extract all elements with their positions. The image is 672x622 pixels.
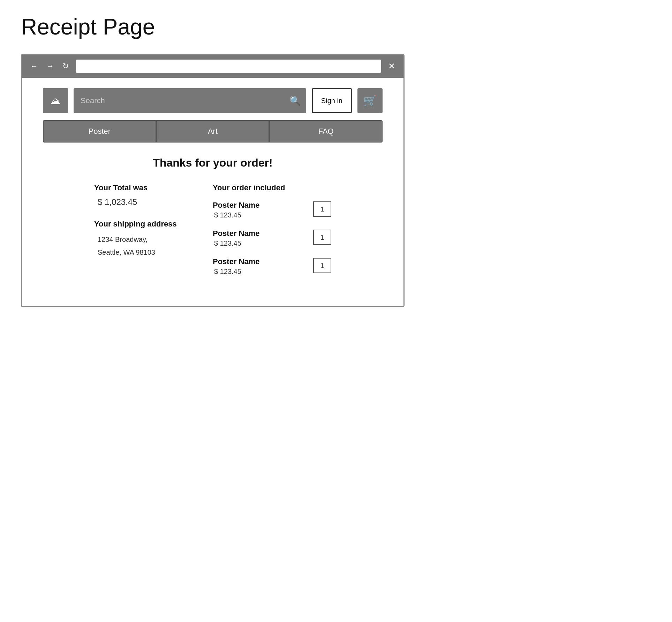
signin-button[interactable]: Sign in — [312, 88, 352, 113]
address-line-1: 1234 Broadway, — [94, 236, 192, 244]
order-included-label: Your order included — [213, 183, 331, 192]
item-name-3: Poster Name — [213, 257, 260, 266]
browser-toolbar: ← → ↻ ✕ — [22, 55, 403, 78]
category-art-button[interactable]: Art — [156, 120, 270, 143]
reload-button[interactable]: ↻ — [61, 62, 70, 70]
search-button[interactable]: 🔍 — [289, 95, 301, 106]
shipping-label: Your shipping address — [94, 220, 192, 229]
back-button[interactable]: ← — [29, 62, 39, 70]
thanks-heading: Thanks for your order! — [43, 156, 383, 169]
order-item-2: Poster Name $ 123.45 1 — [213, 229, 331, 247]
site-content: ⛰ 🔍 Sign in 🛒 Poster Art FAQ Thanks for … — [22, 78, 403, 306]
item-price-3: $ 123.45 — [213, 268, 260, 276]
logo-icon: ⛰ — [51, 95, 60, 107]
page-title: Receipt Page — [21, 14, 651, 40]
item-name-1: Poster Name — [213, 201, 260, 210]
item-info-2: Poster Name $ 123.45 — [213, 229, 260, 247]
item-info-1: Poster Name $ 123.45 — [213, 201, 260, 219]
category-poster-button[interactable]: Poster — [43, 120, 156, 143]
top-nav: ⛰ 🔍 Sign in 🛒 — [43, 88, 383, 113]
item-qty-3: 1 — [313, 258, 331, 273]
order-item: Poster Name $ 123.45 1 — [213, 201, 331, 219]
search-input[interactable] — [74, 88, 306, 113]
total-label: Your Total was — [94, 183, 192, 192]
order-details: Your Total was $ 1,023.45 Your shipping … — [43, 183, 383, 285]
item-info-3: Poster Name $ 123.45 — [213, 257, 260, 276]
browser-window: ← → ↻ ✕ ⛰ 🔍 Sign in 🛒 Poster — [21, 54, 405, 307]
close-button[interactable]: ✕ — [387, 62, 397, 70]
order-item-3: Poster Name $ 123.45 1 — [213, 257, 331, 276]
item-qty-1: 1 — [313, 201, 331, 217]
category-nav: Poster Art FAQ — [43, 120, 383, 143]
search-icon: 🔍 — [289, 95, 301, 106]
item-price-1: $ 123.45 — [213, 211, 260, 219]
total-amount: $ 1,023.45 — [94, 197, 192, 207]
item-qty-2: 1 — [313, 230, 331, 245]
order-right-column: Your order included Poster Name $ 123.45… — [213, 183, 331, 285]
address-bar[interactable] — [76, 60, 381, 73]
order-left-column: Your Total was $ 1,023.45 Your shipping … — [94, 183, 192, 285]
logo-button[interactable]: ⛰ — [43, 88, 68, 113]
search-bar-wrap: 🔍 — [74, 88, 306, 113]
cart-icon: 🛒 — [363, 94, 377, 107]
address-line-2: Seattle, WA 98103 — [94, 248, 192, 256]
item-price-2: $ 123.45 — [213, 239, 260, 247]
item-name-2: Poster Name — [213, 229, 260, 238]
forward-button[interactable]: → — [45, 62, 55, 70]
order-confirmation: Thanks for your order! — [43, 156, 383, 169]
category-faq-button[interactable]: FAQ — [269, 120, 383, 143]
cart-button[interactable]: 🛒 — [357, 88, 383, 113]
